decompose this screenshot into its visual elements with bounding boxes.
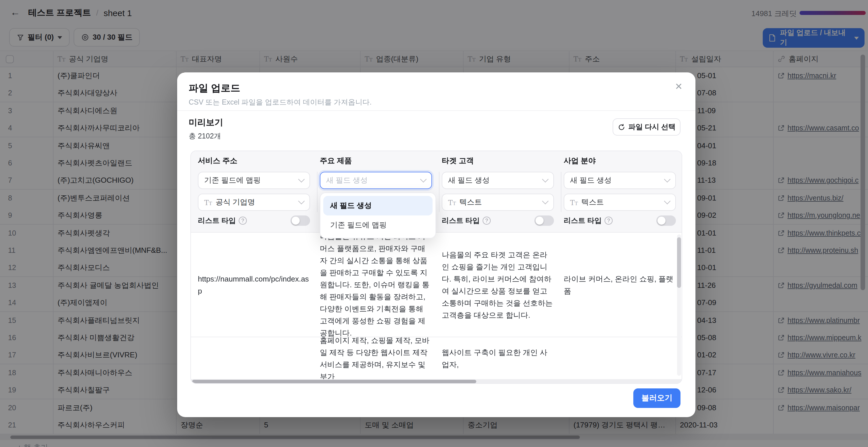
preview-cell-text: 홈페이지 제작, 쇼핑몰 제작, 모바일 제작 등 다양한 웹사이트 제작 서비… <box>320 334 432 383</box>
list-type-row: 리스트 타입 <box>564 215 676 226</box>
text-type-icon <box>448 199 456 206</box>
modal-title: 파일 업로드 <box>189 81 240 95</box>
help-icon <box>239 217 247 225</box>
mapping-field-value: 텍스트 <box>581 197 661 207</box>
list-type-label: 리스트 타입 <box>198 216 236 226</box>
reselect-file-button[interactable]: 파일 다시 선택 <box>613 118 680 136</box>
preview-cell: 홈페이지 제작, 쇼핑몰 제작, 모바일 제작 등 다양한 웹사이트 제작 서비… <box>320 337 432 380</box>
help-icon <box>604 217 613 225</box>
preview-cell-text: 라이브 커머스, 온라인 쇼핑, 플랫폼 <box>564 273 676 297</box>
list-type-label: 리스트 타입 <box>564 216 602 226</box>
chevron-down-icon <box>664 198 671 205</box>
mapping-field-select[interactable]: 공식 기업명 <box>198 194 310 211</box>
preview-vertical-scrollbar-thumb[interactable] <box>677 237 681 288</box>
preview-horizontal-scrollbar-thumb[interactable] <box>192 380 476 383</box>
mapping-column-label: 서비스 주소 <box>198 156 237 166</box>
preview-row: 홈페이지 제작, 쇼핑몰 제작, 모바일 제작 등 다양한 웹사이트 제작 서비… <box>191 337 682 380</box>
mapping-column-label: 사업 분야 <box>564 156 596 166</box>
dropdown-option[interactable]: 새 필드 생성 <box>323 196 433 215</box>
mapping-field-value: 공식 기업명 <box>215 197 296 207</box>
chevron-down-icon <box>298 176 305 183</box>
mapping-mode-dropdown-menu: 새 필드 생성기존 필드에 맵핑 <box>320 193 436 238</box>
text-type-icon <box>204 199 212 206</box>
field-mapping-section: 서비스 주소기존 필드에 맵핑공식 기업명리스트 타입주요 제품새 필드 생성새… <box>191 151 682 232</box>
chevron-down-icon <box>542 176 549 183</box>
mapping-mode-value: 기존 필드에 맵핑 <box>204 175 296 185</box>
mapping-mode-value: 새 필드 생성 <box>326 175 417 185</box>
mapping-mode-value: 새 필드 생성 <box>570 175 661 185</box>
import-button[interactable]: 불러오기 <box>633 388 680 408</box>
mapping-field-value: 텍스트 <box>459 197 539 207</box>
preview-cell: 나음몰은 유튜브 기반 라이브 커머스 플랫폼으로, 판매자와 구매자 간의 실… <box>320 233 432 337</box>
mapping-mode-select[interactable]: 새 필드 생성 <box>564 172 676 189</box>
chevron-down-icon <box>542 198 549 205</box>
reselect-file-label: 파일 다시 선택 <box>628 122 676 132</box>
chevron-down-icon <box>664 176 671 183</box>
list-type-label: 리스트 타입 <box>442 216 480 226</box>
list-type-row: 리스트 타입 <box>198 215 310 226</box>
chevron-down-icon <box>420 176 427 183</box>
dropdown-option[interactable]: 기존 필드에 맵핑 <box>323 215 433 235</box>
preview-cell: 라이브 커머스, 온라인 쇼핑, 플랫폼 <box>564 233 676 337</box>
close-icon[interactable]: ✕ <box>671 78 687 94</box>
preview-cell: 웹사이트 구축이 필요한 개인 사업자, <box>442 337 554 380</box>
preview-row: https://naummall.com/pc/index.asp나음몰은 유튜… <box>191 232 682 337</box>
preview-cell-text: 나음몰은 유튜브 기반 라이브 커머스 플랫폼으로, 판매자와 구매자 간의 실… <box>320 230 432 339</box>
refresh-icon <box>618 123 625 131</box>
mapping-mode-select[interactable]: 새 필드 생성 <box>320 172 432 189</box>
mapping-field-select[interactable]: 텍스트 <box>442 194 554 211</box>
column-divider <box>561 172 561 212</box>
column-divider <box>439 172 439 212</box>
preview-cell <box>198 337 310 380</box>
preview-total-count: 총 2102개 <box>189 132 221 141</box>
mapping-field-select[interactable]: 텍스트 <box>564 194 676 211</box>
app: ← 테스트 프로젝트 / sheet 1 14981 크레딧 필터 (0) 30… <box>0 0 868 447</box>
preview-title: 미리보기 <box>189 117 223 128</box>
text-type-icon <box>570 199 578 206</box>
column-divider <box>317 172 317 212</box>
mapping-column: 사업 분야새 필드 생성텍스트리스트 타입 <box>564 151 676 232</box>
preview-cell-text: https://naummall.com/pc/index.asp <box>198 273 310 297</box>
mapping-mode-value: 새 필드 생성 <box>448 175 539 185</box>
mapping-column: 타겟 고객새 필드 생성텍스트리스트 타입 <box>442 151 554 232</box>
preview-cell: 나음몰의 주요 타겟 고객은 온라인 쇼핑을 즐기는 개인 고객입니다. 특히,… <box>442 233 554 337</box>
modal-subtitle: CSV 또는 Excel 파일을 업로드하여 데이터를 가져옵니다. <box>189 98 372 107</box>
mapping-column-label: 타겟 고객 <box>442 156 474 166</box>
preview-cell <box>564 337 676 380</box>
mapping-column-label: 주요 제품 <box>320 156 352 166</box>
modal-divider <box>177 110 695 111</box>
list-type-toggle[interactable] <box>290 215 310 226</box>
list-type-toggle[interactable] <box>534 215 554 226</box>
mapping-mode-select[interactable]: 기존 필드에 맵핑 <box>198 172 310 189</box>
chevron-down-icon <box>298 198 305 205</box>
list-type-toggle[interactable] <box>656 215 676 226</box>
preview-panel: 서비스 주소기존 필드에 맵핑공식 기업명리스트 타입주요 제품새 필드 생성새… <box>190 150 682 384</box>
preview-cell-text: 나음몰의 주요 타겟 고객은 온라인 쇼핑을 즐기는 개인 고객입니다. 특히,… <box>442 248 554 321</box>
preview-cell: https://naummall.com/pc/index.asp <box>198 233 310 337</box>
mapping-column: 서비스 주소기존 필드에 맵핑공식 기업명리스트 타입 <box>198 151 310 232</box>
file-upload-modal: 파일 업로드 CSV 또는 Excel 파일을 업로드하여 데이터를 가져옵니다… <box>177 72 695 417</box>
list-type-row: 리스트 타입 <box>442 215 554 226</box>
help-icon <box>483 217 491 225</box>
preview-cell-text: 웹사이트 구축이 필요한 개인 사업자, <box>442 346 554 371</box>
mapping-mode-select[interactable]: 새 필드 생성 <box>442 172 554 189</box>
